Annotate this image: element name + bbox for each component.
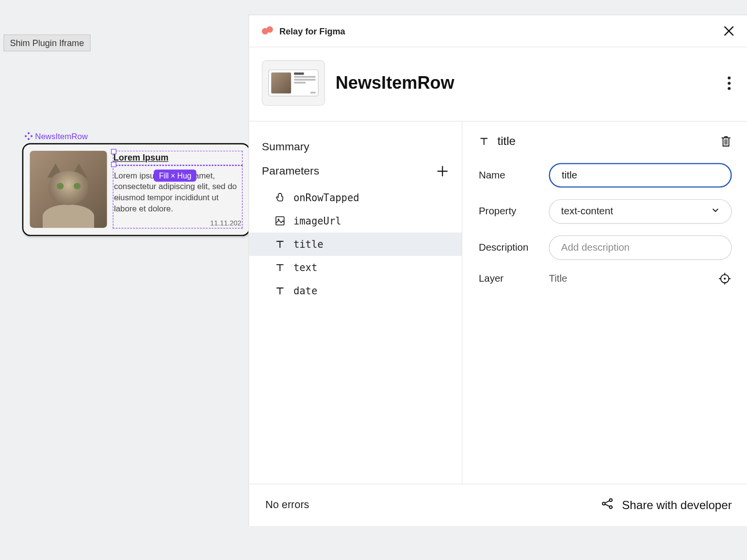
component-thumbnail — [262, 60, 325, 106]
text-icon — [275, 239, 285, 250]
more-menu-button[interactable] — [728, 76, 731, 90]
param-title[interactable]: title — [249, 233, 462, 256]
param-imageUrl[interactable]: imageUrl — [249, 209, 462, 232]
fill-hug-badge: Fill × Hug — [154, 169, 196, 181]
text-icon — [275, 286, 285, 296]
relay-logo-icon — [262, 26, 274, 35]
svg-point-9 — [610, 499, 613, 502]
left-pane: Summary Parameters onRowTapped — [249, 122, 462, 484]
delete-parameter-button[interactable] — [720, 135, 732, 148]
param-label: date — [293, 285, 317, 297]
param-label: imageUrl — [293, 215, 341, 226]
svg-point-5 — [278, 219, 279, 220]
close-button[interactable] — [722, 25, 735, 38]
name-input[interactable] — [549, 163, 731, 188]
svg-point-7 — [724, 278, 726, 280]
layer-value: Title — [549, 273, 567, 285]
param-label: text — [293, 262, 317, 273]
svg-rect-3 — [31, 135, 33, 137]
parameters-section: Parameters — [249, 159, 462, 184]
layer-label: Layer — [479, 273, 549, 285]
plugin-panel: Relay for Figma NewsItemRow — [248, 15, 747, 526]
description-label: Description — [479, 242, 549, 254]
news-item-row-card[interactable]: Lorem Ipsum Fill × Hug Lorem ipsum dolor… — [22, 143, 250, 236]
property-select[interactable]: text-content — [549, 199, 731, 224]
component-header: NewsItemRow — [249, 48, 747, 122]
component-frame-name: NewsItemRow — [35, 131, 88, 141]
news-image — [30, 151, 107, 228]
svg-rect-0 — [27, 132, 30, 134]
param-date[interactable]: date — [249, 279, 462, 303]
panel-header: Relay for Figma — [249, 15, 747, 47]
description-input[interactable]: Add description — [549, 236, 731, 260]
panel-footer: No errors Share with developer — [249, 484, 747, 526]
text-icon — [479, 136, 489, 146]
detail-title: title — [497, 134, 516, 148]
param-label: onRowTapped — [293, 192, 359, 203]
svg-point-10 — [610, 506, 613, 509]
component-frame-label[interactable]: NewsItemRow — [25, 131, 250, 141]
name-label: Name — [479, 169, 549, 181]
property-label: Property — [479, 206, 549, 217]
svg-point-8 — [602, 502, 605, 505]
param-text[interactable]: text — [249, 256, 462, 279]
component-name: NewsItemRow — [336, 73, 455, 93]
locate-layer-button[interactable] — [718, 272, 732, 286]
component-icon — [25, 132, 33, 140]
news-date-text: 11.11.202 — [114, 219, 242, 227]
text-icon — [275, 262, 285, 273]
svg-rect-1 — [27, 138, 30, 140]
detail-pane: title Name Property text-content — [462, 122, 747, 484]
chevron-down-icon — [711, 206, 719, 217]
add-parameter-button[interactable] — [436, 165, 449, 178]
figma-canvas: NewsItemRow Lorem Ipsum Fill × Hug Lorem… — [22, 131, 250, 236]
tap-gesture-icon — [275, 192, 285, 203]
share-label: Share with developer — [622, 498, 731, 512]
status-text: No errors — [265, 499, 309, 511]
news-title-text: Lorem Ipsum — [114, 153, 242, 164]
param-onRowTapped[interactable]: onRowTapped — [249, 186, 462, 209]
plugin-title: Relay for Figma — [279, 26, 345, 36]
title-selection[interactable]: Lorem Ipsum — [113, 151, 243, 165]
svg-rect-2 — [25, 135, 27, 137]
parameters-label: Parameters — [262, 165, 319, 178]
share-icon — [601, 497, 614, 513]
share-with-developer-button[interactable]: Share with developer — [601, 497, 732, 513]
property-value: text-content — [561, 206, 613, 217]
summary-section[interactable]: Summary — [249, 134, 462, 159]
shim-plugin-badge: Shim Plugin Iframe — [3, 34, 90, 51]
param-label: title — [293, 239, 324, 250]
parameter-list: onRowTapped imageUrl title — [249, 186, 462, 303]
image-icon — [275, 216, 285, 226]
